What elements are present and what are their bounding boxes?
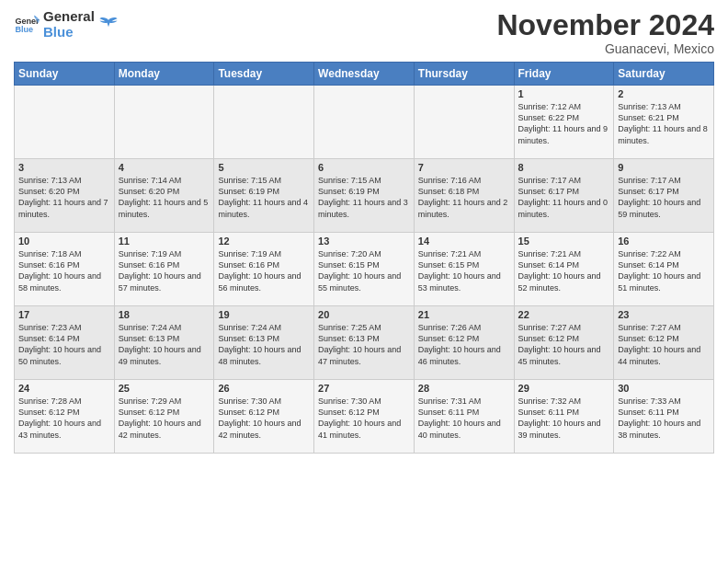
day-number: 17 — [18, 309, 110, 320]
day-cell: 23Sunrise: 7:27 AM Sunset: 6:12 PM Dayli… — [614, 306, 714, 380]
day-info: Sunrise: 7:32 AM Sunset: 6:11 PM Dayligh… — [518, 396, 610, 441]
day-cell: 10Sunrise: 7:18 AM Sunset: 6:16 PM Dayli… — [15, 233, 115, 306]
day-number: 30 — [618, 383, 710, 394]
day-number: 3 — [18, 162, 110, 173]
day-info: Sunrise: 7:30 AM Sunset: 6:12 PM Dayligh… — [318, 396, 410, 441]
day-info: Sunrise: 7:15 AM Sunset: 6:19 PM Dayligh… — [318, 175, 410, 220]
day-info: Sunrise: 7:27 AM Sunset: 6:12 PM Dayligh… — [618, 322, 710, 367]
day-cell: 22Sunrise: 7:27 AM Sunset: 6:12 PM Dayli… — [514, 306, 614, 380]
day-info: Sunrise: 7:21 AM Sunset: 6:15 PM Dayligh… — [418, 248, 510, 293]
day-info: Sunrise: 7:33 AM Sunset: 6:11 PM Dayligh… — [618, 396, 710, 441]
week-row-5: 24Sunrise: 7:28 AM Sunset: 6:12 PM Dayli… — [15, 380, 714, 454]
week-row-3: 10Sunrise: 7:18 AM Sunset: 6:16 PM Dayli… — [15, 233, 714, 306]
day-number: 16 — [618, 236, 710, 247]
header-cell-friday: Friday — [514, 63, 614, 86]
day-number: 23 — [618, 309, 710, 320]
month-title: November 2024 — [496, 9, 714, 41]
day-info: Sunrise: 7:31 AM Sunset: 6:11 PM Dayligh… — [418, 396, 510, 441]
day-number: 11 — [119, 236, 210, 247]
day-number: 14 — [418, 236, 510, 247]
logo-bird-icon — [98, 15, 119, 35]
week-row-4: 17Sunrise: 7:23 AM Sunset: 6:14 PM Dayli… — [15, 306, 714, 380]
logo-icon: General Blue — [14, 12, 40, 38]
day-number: 12 — [218, 236, 310, 247]
day-cell: 14Sunrise: 7:21 AM Sunset: 6:15 PM Dayli… — [414, 233, 514, 306]
day-info: Sunrise: 7:12 AM Sunset: 6:22 PM Dayligh… — [518, 101, 610, 146]
day-cell — [314, 86, 415, 159]
logo-general: General — [43, 9, 95, 25]
day-info: Sunrise: 7:23 AM Sunset: 6:14 PM Dayligh… — [18, 322, 110, 367]
day-cell: 16Sunrise: 7:22 AM Sunset: 6:14 PM Dayli… — [614, 233, 714, 306]
day-number: 22 — [518, 309, 610, 320]
header: General Blue General Blue November 2024 … — [14, 9, 714, 56]
day-info: Sunrise: 7:19 AM Sunset: 6:16 PM Dayligh… — [218, 248, 310, 293]
day-number: 24 — [18, 383, 110, 394]
day-info: Sunrise: 7:26 AM Sunset: 6:12 PM Dayligh… — [418, 322, 510, 367]
day-number: 5 — [218, 162, 310, 173]
day-number: 21 — [418, 309, 510, 320]
header-cell-wednesday: Wednesday — [314, 63, 415, 86]
day-cell — [15, 86, 115, 159]
day-cell: 18Sunrise: 7:24 AM Sunset: 6:13 PM Dayli… — [114, 306, 214, 380]
day-info: Sunrise: 7:14 AM Sunset: 6:20 PM Dayligh… — [119, 175, 210, 220]
day-number: 25 — [119, 383, 210, 394]
day-info: Sunrise: 7:16 AM Sunset: 6:18 PM Dayligh… — [418, 175, 510, 220]
day-number: 4 — [119, 162, 210, 173]
day-cell: 3Sunrise: 7:13 AM Sunset: 6:20 PM Daylig… — [15, 159, 115, 233]
day-info: Sunrise: 7:17 AM Sunset: 6:17 PM Dayligh… — [518, 175, 610, 220]
day-cell: 30Sunrise: 7:33 AM Sunset: 6:11 PM Dayli… — [614, 380, 714, 454]
day-cell: 29Sunrise: 7:32 AM Sunset: 6:11 PM Dayli… — [514, 380, 614, 454]
day-number: 6 — [318, 162, 410, 173]
day-info: Sunrise: 7:24 AM Sunset: 6:13 PM Dayligh… — [218, 322, 310, 367]
day-cell: 25Sunrise: 7:29 AM Sunset: 6:12 PM Dayli… — [114, 380, 214, 454]
day-number: 8 — [518, 162, 610, 173]
day-cell — [414, 86, 514, 159]
day-number: 19 — [218, 309, 310, 320]
day-cell: 26Sunrise: 7:30 AM Sunset: 6:12 PM Dayli… — [214, 380, 314, 454]
day-number: 7 — [418, 162, 510, 173]
day-info: Sunrise: 7:20 AM Sunset: 6:15 PM Dayligh… — [318, 248, 410, 293]
location: Guanacevi, Mexico — [496, 41, 714, 56]
day-info: Sunrise: 7:21 AM Sunset: 6:14 PM Dayligh… — [518, 248, 610, 293]
day-cell: 15Sunrise: 7:21 AM Sunset: 6:14 PM Dayli… — [514, 233, 614, 306]
logo: General Blue General Blue — [14, 9, 119, 40]
day-number: 13 — [318, 236, 410, 247]
day-cell: 24Sunrise: 7:28 AM Sunset: 6:12 PM Dayli… — [15, 380, 115, 454]
day-number: 10 — [18, 236, 110, 247]
day-info: Sunrise: 7:17 AM Sunset: 6:17 PM Dayligh… — [618, 175, 710, 220]
day-cell: 13Sunrise: 7:20 AM Sunset: 6:15 PM Dayli… — [314, 233, 415, 306]
day-cell: 8Sunrise: 7:17 AM Sunset: 6:17 PM Daylig… — [514, 159, 614, 233]
header-cell-monday: Monday — [114, 63, 214, 86]
day-cell: 4Sunrise: 7:14 AM Sunset: 6:20 PM Daylig… — [114, 159, 214, 233]
day-cell: 7Sunrise: 7:16 AM Sunset: 6:18 PM Daylig… — [414, 159, 514, 233]
day-cell: 9Sunrise: 7:17 AM Sunset: 6:17 PM Daylig… — [614, 159, 714, 233]
day-number: 1 — [518, 88, 610, 99]
svg-text:Blue: Blue — [15, 25, 33, 34]
day-number: 29 — [518, 383, 610, 394]
day-number: 9 — [618, 162, 710, 173]
day-cell: 11Sunrise: 7:19 AM Sunset: 6:16 PM Dayli… — [114, 233, 214, 306]
day-info: Sunrise: 7:27 AM Sunset: 6:12 PM Dayligh… — [518, 322, 610, 367]
day-info: Sunrise: 7:25 AM Sunset: 6:13 PM Dayligh… — [318, 322, 410, 367]
day-cell — [114, 86, 214, 159]
week-row-2: 3Sunrise: 7:13 AM Sunset: 6:20 PM Daylig… — [15, 159, 714, 233]
day-cell: 6Sunrise: 7:15 AM Sunset: 6:19 PM Daylig… — [314, 159, 415, 233]
day-info: Sunrise: 7:19 AM Sunset: 6:16 PM Dayligh… — [119, 248, 210, 293]
day-info: Sunrise: 7:15 AM Sunset: 6:19 PM Dayligh… — [218, 175, 310, 220]
day-info: Sunrise: 7:28 AM Sunset: 6:12 PM Dayligh… — [18, 396, 110, 441]
day-cell: 28Sunrise: 7:31 AM Sunset: 6:11 PM Dayli… — [414, 380, 514, 454]
day-info: Sunrise: 7:13 AM Sunset: 6:21 PM Dayligh… — [618, 101, 710, 146]
day-cell: 2Sunrise: 7:13 AM Sunset: 6:21 PM Daylig… — [614, 86, 714, 159]
header-cell-tuesday: Tuesday — [214, 63, 314, 86]
day-info: Sunrise: 7:18 AM Sunset: 6:16 PM Dayligh… — [18, 248, 110, 293]
header-cell-thursday: Thursday — [414, 63, 514, 86]
header-cell-sunday: Sunday — [15, 63, 115, 86]
day-info: Sunrise: 7:30 AM Sunset: 6:12 PM Dayligh… — [218, 396, 310, 441]
day-cell: 21Sunrise: 7:26 AM Sunset: 6:12 PM Dayli… — [414, 306, 514, 380]
day-number: 15 — [518, 236, 610, 247]
day-number: 28 — [418, 383, 510, 394]
calendar-table: SundayMondayTuesdayWednesdayThursdayFrid… — [14, 62, 714, 454]
day-number: 2 — [618, 88, 710, 99]
day-cell — [214, 86, 314, 159]
day-cell: 27Sunrise: 7:30 AM Sunset: 6:12 PM Dayli… — [314, 380, 415, 454]
